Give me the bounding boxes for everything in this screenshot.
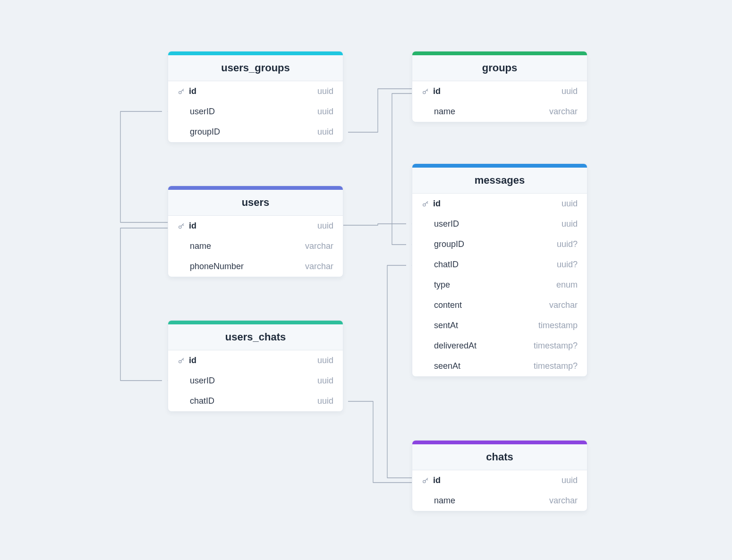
field-row[interactable]: groupIDuuid?	[412, 234, 587, 255]
field-name-text: chatID	[434, 260, 459, 270]
field-name: chatID	[178, 396, 214, 406]
field-name-text: name	[434, 496, 455, 506]
table-title: groups	[412, 55, 587, 81]
field-row[interactable]: iduuid	[412, 81, 587, 102]
field-type: varchar	[305, 262, 333, 272]
field-type: uuid	[317, 396, 333, 406]
table-messages[interactable]: messagesiduuiduserIDuuidgroupIDuuid?chat…	[412, 163, 587, 377]
field-name-text: id	[189, 221, 196, 231]
field-name: userID	[178, 376, 215, 386]
field-row[interactable]: phoneNumbervarchar	[168, 256, 343, 277]
field-type: uuid	[562, 475, 578, 485]
field-type: varchar	[549, 107, 578, 117]
field-name: sentAt	[422, 321, 458, 331]
field-type: uuid	[562, 86, 578, 96]
field-name-text: userID	[434, 219, 459, 229]
field-row[interactable]: contentvarchar	[412, 295, 587, 315]
field-type: uuid	[562, 219, 578, 229]
field-row[interactable]: userIDuuid	[168, 102, 343, 122]
field-name: userID	[178, 107, 215, 117]
field-name-text: id	[433, 199, 441, 209]
relation-connector	[392, 93, 412, 245]
field-row[interactable]: groupIDuuid	[168, 122, 343, 142]
field-name: type	[422, 280, 450, 290]
field-name: id	[178, 356, 196, 365]
table-title: messages	[412, 168, 587, 194]
relation-connector	[120, 111, 168, 222]
field-row[interactable]: deliveredAttimestamp?	[412, 336, 587, 356]
field-row[interactable]: iduuid	[168, 350, 343, 371]
field-row[interactable]: userIDuuid	[168, 371, 343, 391]
field-row[interactable]: namevarchar	[168, 236, 343, 256]
table-users_chats[interactable]: users_chatsiduuiduserIDuuidchatIDuuid	[168, 320, 343, 412]
field-row[interactable]: iduuid	[168, 81, 343, 102]
field-name-text: phoneNumber	[190, 262, 244, 272]
table-title: users_groups	[168, 55, 343, 81]
table-title: users_chats	[168, 324, 343, 350]
connectors-layer	[0, 0, 732, 560]
field-type: uuid	[317, 356, 333, 365]
table-color-bar	[168, 51, 343, 55]
table-users[interactable]: usersiduuidnamevarcharphoneNumbervarchar	[168, 186, 343, 277]
field-name: id	[422, 199, 441, 209]
table-color-bar	[168, 186, 343, 190]
table-color-bar	[412, 51, 587, 55]
field-name: deliveredAt	[422, 341, 477, 351]
table-color-bar	[168, 321, 343, 324]
field-name-text: seenAt	[434, 361, 460, 371]
field-name-text: deliveredAt	[434, 341, 477, 351]
field-row[interactable]: sentAttimestamp	[412, 315, 587, 336]
relation-connector	[120, 228, 168, 381]
table-chats[interactable]: chatsiduuidnamevarchar	[412, 440, 587, 511]
field-name-text: groupID	[190, 127, 220, 137]
field-name-text: chatID	[190, 396, 214, 406]
table-color-bar	[412, 441, 587, 444]
table-groups[interactable]: groupsiduuidnamevarchar	[412, 51, 587, 122]
field-name: id	[422, 86, 441, 96]
field-type: timestamp?	[534, 361, 578, 371]
field-name-text: id	[189, 356, 196, 365]
field-name-text: id	[189, 86, 196, 96]
field-type: uuid	[562, 199, 578, 209]
field-row[interactable]: chatIDuuid	[168, 391, 343, 411]
field-type: uuid	[317, 221, 333, 231]
table-users_groups[interactable]: users_groupsiduuiduserIDuuidgroupIDuuid	[168, 51, 343, 143]
field-name: groupID	[178, 127, 220, 137]
field-type: varchar	[549, 300, 578, 310]
table-title: chats	[412, 444, 587, 470]
field-row[interactable]: namevarchar	[412, 102, 587, 122]
key-icon	[178, 222, 185, 230]
field-type: uuid	[317, 376, 333, 386]
field-type: varchar	[549, 496, 578, 506]
key-icon	[422, 88, 429, 95]
field-name: id	[422, 475, 441, 485]
key-icon	[178, 88, 185, 95]
field-name-text: content	[434, 300, 462, 310]
field-row[interactable]: userIDuuid	[412, 214, 587, 234]
field-type: timestamp?	[534, 341, 578, 351]
field-row[interactable]: iduuid	[412, 194, 587, 214]
field-type: uuid	[317, 86, 333, 96]
field-row[interactable]: chatIDuuid?	[412, 255, 587, 275]
field-row[interactable]: iduuid	[412, 470, 587, 491]
field-name: name	[422, 496, 455, 506]
field-name: chatID	[422, 260, 459, 270]
field-row[interactable]: iduuid	[168, 216, 343, 236]
field-row[interactable]: namevarchar	[412, 491, 587, 511]
field-type: uuid?	[557, 239, 578, 249]
table-title: users	[168, 190, 343, 216]
table-color-bar	[412, 164, 587, 168]
field-row[interactable]: typeenum	[412, 275, 587, 295]
field-name-text: groupID	[434, 239, 464, 249]
field-name-text: id	[433, 475, 441, 485]
field-name-text: type	[434, 280, 450, 290]
field-name-text: userID	[190, 376, 215, 386]
field-name-text: userID	[190, 107, 215, 117]
key-icon	[178, 357, 185, 365]
field-name: id	[178, 221, 196, 231]
field-name: seenAt	[422, 361, 460, 371]
erd-canvas: users_groupsiduuiduserIDuuidgroupIDuuidu…	[0, 0, 732, 560]
key-icon	[422, 477, 429, 484]
field-row[interactable]: seenAttimestamp?	[412, 356, 587, 376]
field-name: id	[178, 86, 196, 96]
